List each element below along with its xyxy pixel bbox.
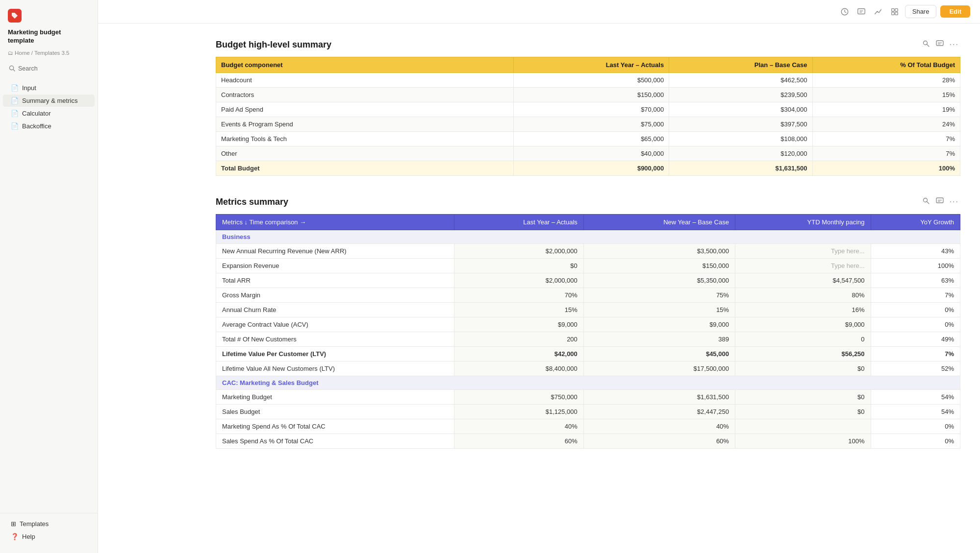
svg-rect-8 xyxy=(891,12,894,14)
metrics-row-new-year: 75% xyxy=(583,288,735,303)
sidebar-item-templates[interactable]: ⊞ Templates xyxy=(3,518,95,530)
metrics-table-wrapper: Metrics ↓ Time comparison → Last Year – … xyxy=(216,214,960,449)
svg-line-16 xyxy=(927,202,929,204)
budget-row-plan: $239,500 xyxy=(669,88,812,102)
search-icon xyxy=(922,40,930,48)
metrics-row-name: Sales Budget xyxy=(216,405,454,419)
budget-row-pct: 7% xyxy=(812,146,960,161)
metrics-row-new-year: $17,500,000 xyxy=(583,361,735,376)
metrics-row-name: Total ARR xyxy=(216,273,454,288)
budget-table-row: Contractors $150,000 $239,500 15% xyxy=(216,88,960,102)
metrics-section: Metrics summary ··· xyxy=(216,195,960,449)
sidebar-item-calculator[interactable]: 📄 Calculator xyxy=(3,107,95,120)
budget-table-wrapper: Budget componenet Last Year – Actuals Pl… xyxy=(216,57,960,176)
budget-table: Budget componenet Last Year – Actuals Pl… xyxy=(216,57,960,176)
svg-rect-9 xyxy=(895,12,898,14)
sidebar-item-summary[interactable]: 📄 Summary & metrics xyxy=(3,95,95,107)
metrics-row-last-year: $1,125,000 xyxy=(454,405,583,419)
metrics-row-ytd: $9,000 xyxy=(735,317,871,332)
sidebar-nav: 📄 Input 📄 Summary & metrics 📄 Calculator… xyxy=(0,79,98,513)
metrics-row-ytd: $0 xyxy=(735,361,871,376)
metrics-row-name: Gross Margin xyxy=(216,288,454,303)
doc-title: Marketing budget template xyxy=(0,26,98,49)
sidebar: Marketing budget template 🗂 Home / Templ… xyxy=(0,0,98,553)
budget-total-name: Total Budget xyxy=(216,161,514,176)
metrics-row-ytd[interactable]: Type here... xyxy=(735,244,871,259)
sidebar-item-input[interactable]: 📄 Input xyxy=(3,82,95,94)
budget-row-pct: 7% xyxy=(812,132,960,146)
metrics-table-row: Expansion Revenue $0 $150,000 Type here.… xyxy=(216,259,960,273)
budget-section-actions: ··· xyxy=(921,38,960,51)
comment-button[interactable] xyxy=(855,5,868,18)
metrics-search-button[interactable] xyxy=(921,195,931,208)
metrics-more-button[interactable]: ··· xyxy=(948,196,960,208)
col-last-year: Last Year – Actuals xyxy=(514,57,669,73)
metrics-row-name: New Annual Recurring Revenue (New ARR) xyxy=(216,244,454,259)
metrics-row-new-year: $5,350,000 xyxy=(583,273,735,288)
type-here-placeholder: Type here... xyxy=(831,247,865,255)
metrics-row-new-year: 40% xyxy=(583,419,735,434)
metrics-row-last-year: 40% xyxy=(454,419,583,434)
metrics-row-new-year: 15% xyxy=(583,303,735,317)
page-icon: 📄 xyxy=(11,97,19,104)
edit-button[interactable]: Edit xyxy=(940,5,970,18)
budget-section-title: Budget high-level summary xyxy=(216,40,331,50)
col-pct: % Of Total Budget xyxy=(812,57,960,73)
budget-comment-button[interactable] xyxy=(934,38,945,51)
metrics-row-ytd: 0 xyxy=(735,332,871,347)
budget-total-pct: 100% xyxy=(812,161,960,176)
metrics-row-yoy: 63% xyxy=(871,273,960,288)
metrics-row-last-year: 200 xyxy=(454,332,583,347)
share-button[interactable]: Share xyxy=(905,5,937,18)
page-icon: 📄 xyxy=(11,84,19,92)
metrics-row-name: Average Contract Value (ACV) xyxy=(216,317,454,332)
metrics-table-row: Marketing Budget $750,000 $1,631,500 $0 … xyxy=(216,390,960,405)
main-content: Budget high-level summary ··· xyxy=(196,24,980,553)
grid-icon xyxy=(890,7,899,16)
metrics-row-new-year: 60% xyxy=(583,434,735,449)
metrics-row-yoy: 0% xyxy=(871,434,960,449)
sidebar-item-help[interactable]: ❓ Help xyxy=(3,530,95,543)
topbar-icons: Share Edit xyxy=(838,5,970,18)
metrics-row-ytd[interactable]: Type here... xyxy=(735,259,871,273)
breadcrumb: 🗂 Home / Templates 3.5 xyxy=(0,49,98,61)
group-label-business: Business xyxy=(216,230,960,244)
budget-row-last-year: $75,000 xyxy=(514,117,669,132)
metrics-row-yoy: 100% xyxy=(871,259,960,273)
budget-search-button[interactable] xyxy=(921,38,931,51)
budget-row-last-year: $70,000 xyxy=(514,102,669,117)
sidebar-search[interactable]: Search xyxy=(0,61,98,79)
analytics-button[interactable] xyxy=(872,5,884,18)
search-icon xyxy=(922,197,930,205)
metrics-row-yoy: 0% xyxy=(871,317,960,332)
metrics-row-ytd: 80% xyxy=(735,288,871,303)
topbar: Share Edit xyxy=(98,0,980,24)
metrics-table-row: Total ARR $2,000,000 $5,350,000 $4,547,5… xyxy=(216,273,960,288)
metrics-row-yoy: 49% xyxy=(871,332,960,347)
svg-rect-7 xyxy=(895,8,898,11)
col-last-year: Last Year – Actuals xyxy=(454,215,583,230)
budget-row-plan: $120,000 xyxy=(669,146,812,161)
sidebar-bottom: ⊞ Templates ❓ Help xyxy=(0,513,98,547)
history-button[interactable] xyxy=(838,5,851,18)
metrics-row-new-year: $1,631,500 xyxy=(583,390,735,405)
metrics-row-ytd xyxy=(735,419,871,434)
budget-more-button[interactable]: ··· xyxy=(948,39,960,50)
metrics-table-row: Gross Margin 70% 75% 80% 7% xyxy=(216,288,960,303)
col-yoy: YoY Growth xyxy=(871,215,960,230)
metrics-table-row: Sales Budget $1,125,000 $2,447,250 $0 54… xyxy=(216,405,960,419)
budget-table-header-row: Budget componenet Last Year – Actuals Pl… xyxy=(216,57,960,73)
grid-button[interactable] xyxy=(888,5,901,18)
sidebar-item-backoffice[interactable]: 📄 Backoffice xyxy=(3,120,95,132)
budget-table-row: Headcount $500,000 $462,500 28% xyxy=(216,73,960,88)
metrics-row-name: Annual Churn Rate xyxy=(216,303,454,317)
metrics-row-yoy: 52% xyxy=(871,361,960,376)
metrics-comment-button[interactable] xyxy=(934,195,945,208)
ellipsis-icon: ··· xyxy=(950,40,959,48)
budget-row-name: Marketing Tools & Tech xyxy=(216,132,514,146)
metrics-row-new-year: $45,000 xyxy=(583,347,735,361)
col-plan: Plan – Base Case xyxy=(669,57,812,73)
budget-row-plan: $397,500 xyxy=(669,117,812,132)
budget-row-plan: $304,000 xyxy=(669,102,812,117)
search-button[interactable]: Search xyxy=(5,63,93,74)
